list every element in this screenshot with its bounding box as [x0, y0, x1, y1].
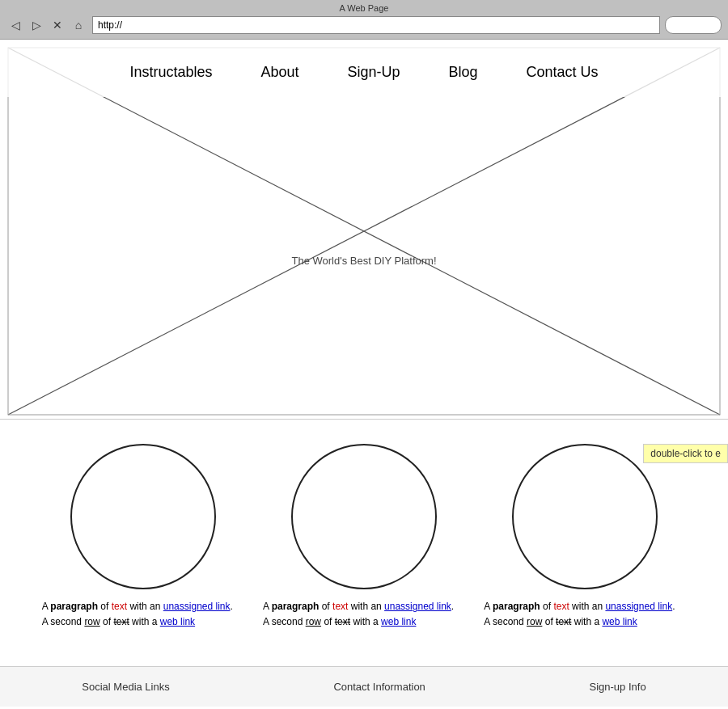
hero-caption: The World's Best DIY Platform!: [291, 255, 436, 267]
paragraph-prefix-1: A paragraph of: [42, 601, 112, 612]
paragraph-prefix-2: A paragraph of: [263, 601, 332, 612]
feature-card-1: A paragraph of text with an unassigned l…: [42, 444, 244, 630]
features-section: A paragraph of text with an unassigned l…: [0, 420, 728, 646]
unassigned-link-3[interactable]: unassigned link: [605, 601, 672, 612]
nav-instructables[interactable]: Instructables: [129, 64, 212, 81]
with-phrase-3: with an: [569, 601, 606, 612]
footer-signup: Sign-up Info: [590, 681, 646, 693]
close-button[interactable]: ✕: [49, 17, 66, 33]
second-row-3: A second row of text with a: [484, 616, 602, 627]
nav-blog[interactable]: Blog: [449, 64, 478, 81]
browser-title: A Web Page: [6, 3, 722, 13]
feature-text-1: A paragraph of text with an unassigned l…: [42, 599, 233, 630]
footer-social: Social Media Links: [82, 681, 169, 693]
second-row-2: A second row of text with a: [263, 616, 381, 627]
paragraph-prefix-3: A paragraph of: [484, 601, 553, 612]
web-link-2[interactable]: web link: [381, 616, 416, 627]
unassigned-link-2[interactable]: unassigned link: [384, 601, 451, 612]
feature-circle-2: [291, 444, 437, 589]
home-button[interactable]: ⌂: [70, 17, 87, 33]
period-2: .: [451, 601, 454, 612]
with-phrase-1: with an: [127, 601, 163, 612]
forward-button[interactable]: ▷: [28, 17, 45, 33]
period-3: .: [672, 601, 675, 612]
nav-buttons: ◁ ▷ ✕ ⌂: [6, 17, 87, 33]
text-word-1: text: [112, 601, 127, 612]
feature-text-3: A paragraph of text with an unassigned l…: [484, 599, 675, 630]
feature-card-2: A paragraph of text with an unassigned l…: [263, 444, 465, 630]
footer-contact: Contact Information: [333, 681, 425, 693]
web-link-1[interactable]: web link: [160, 616, 195, 627]
feature-card-3: A paragraph of text with an unassigned l…: [484, 444, 686, 630]
nav-about[interactable]: About: [260, 64, 298, 81]
period-1: .: [231, 601, 233, 612]
second-row-1: A second row of text with a: [42, 616, 160, 627]
text-word-3: text: [553, 601, 569, 612]
nav-signup[interactable]: Sign-Up: [348, 64, 400, 81]
back-button[interactable]: ◁: [6, 17, 24, 33]
with-phrase-2: with an: [348, 601, 384, 612]
hero-nav: Instructables About Sign-Up Blog Contact…: [0, 40, 728, 97]
text-word-2: text: [332, 601, 348, 612]
nav-contact[interactable]: Contact Us: [527, 64, 599, 81]
page-content: Instructables About Sign-Up Blog Contact…: [0, 40, 728, 707]
address-bar[interactable]: [92, 16, 660, 34]
feature-text-2: A paragraph of text with an unassigned l…: [263, 599, 454, 630]
hero-section: Instructables About Sign-Up Blog Contact…: [0, 40, 728, 420]
browser-toolbar: ◁ ▷ ✕ ⌂: [6, 16, 722, 34]
search-input[interactable]: [665, 16, 722, 34]
browser-chrome: A Web Page ◁ ▷ ✕ ⌂: [0, 0, 728, 40]
feature-circle-3: [512, 444, 658, 589]
unassigned-link-1[interactable]: unassigned link: [163, 601, 231, 612]
double-click-tooltip: double-click to e: [643, 444, 728, 463]
web-link-3[interactable]: web link: [602, 616, 637, 627]
footer: Social Media Links Contact Information S…: [0, 666, 728, 707]
feature-circle-1: [70, 444, 216, 589]
